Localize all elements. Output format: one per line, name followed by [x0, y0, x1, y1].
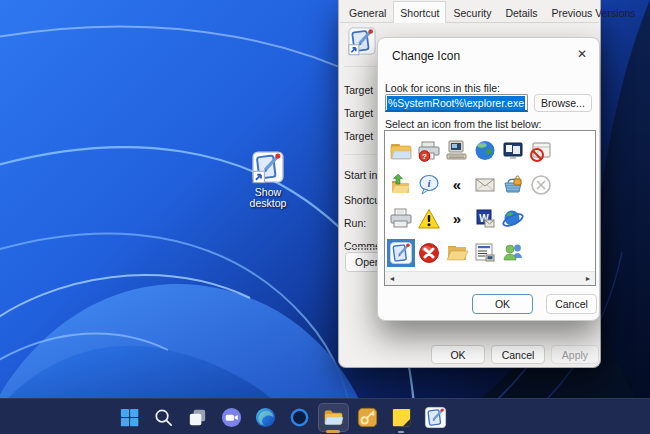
props-field-label: Run:	[344, 217, 378, 229]
props-field-label: Target	[344, 107, 378, 119]
folder-closed-icon[interactable]	[387, 137, 415, 165]
show-desktop-shortcut[interactable]: Show desktop	[232, 150, 304, 209]
chevrons-left-icon[interactable]: «	[443, 171, 471, 199]
chat-button[interactable]	[214, 399, 248, 434]
file-explorer-button[interactable]	[316, 399, 350, 434]
tab-previous-versions[interactable]: Previous Versions	[545, 2, 643, 23]
warning-triangle-icon[interactable]	[415, 205, 443, 233]
icon-path-input[interactable]: %SystemRoot%\explorer.exe	[385, 94, 528, 112]
task-view-icon	[186, 406, 209, 429]
icon-grid: ?i«»W	[387, 137, 555, 273]
sticky-notes-button[interactable]	[384, 399, 418, 434]
red-cross-icon[interactable]	[415, 239, 443, 267]
shortcut-label: Show desktop	[232, 187, 304, 209]
svg-text:?: ?	[422, 152, 427, 161]
change-icon-ok-button[interactable]: OK	[472, 294, 533, 314]
look-for-icons-label: Look for icons in this file:	[385, 82, 500, 94]
browse-button[interactable]: Browse...	[534, 94, 592, 112]
select-icon-label: Select an icon from the list below:	[385, 118, 541, 130]
props-field-label: Target	[344, 84, 378, 96]
close-icon[interactable]: ✕	[573, 45, 591, 63]
printer-document-icon[interactable]	[387, 205, 415, 233]
screen: Show desktop GeneralShortcutSecurityDeta…	[0, 0, 650, 434]
props-field-label: Start in	[344, 169, 378, 181]
tab-security[interactable]: Security	[446, 2, 498, 23]
horizontal-scrollbar[interactable]: ◄ ►	[385, 271, 595, 285]
start-button[interactable]	[112, 399, 146, 434]
keys-app-icon	[356, 406, 379, 429]
props-field-label: Comment	[344, 240, 378, 252]
users-icon[interactable]	[499, 239, 527, 267]
task-view-button[interactable]	[180, 399, 214, 434]
active-app-highlight	[318, 403, 349, 432]
scroll-right-arrow-icon[interactable]: ►	[581, 272, 595, 286]
svg-text:«: «	[453, 176, 461, 193]
running-indicator	[398, 431, 404, 434]
dialog-title: Change Icon	[392, 49, 460, 63]
envelope-icon[interactable]	[471, 171, 499, 199]
folder-share-icon[interactable]	[387, 171, 415, 199]
show-desktop-icon	[251, 150, 285, 184]
show-desktop-icon	[424, 406, 447, 429]
taskbar-items	[112, 399, 452, 434]
edge-button[interactable]	[248, 399, 282, 434]
selected-input-text: %SystemRoot%\explorer.exe	[387, 96, 525, 110]
show-desktop-icon[interactable]	[387, 239, 415, 267]
search-button[interactable]	[146, 399, 180, 434]
icon-list-box[interactable]: ?i«»W ◄ ►	[384, 130, 596, 286]
word-document-icon[interactable]: W	[471, 205, 499, 233]
props-field-label: Shortcut	[344, 194, 378, 206]
tab-general[interactable]: General	[342, 2, 393, 23]
properties-ok-button[interactable]: OK	[431, 345, 485, 364]
change-icon-dialog: Change Icon ✕ Look for icons in this fil…	[377, 37, 600, 321]
cardfile-blocked-icon[interactable]	[527, 137, 555, 165]
circle-cross-icon[interactable]	[527, 171, 555, 199]
running-indicator	[326, 430, 340, 433]
chat-icon	[220, 406, 243, 429]
chevrons-right-icon[interactable]: »	[443, 205, 471, 233]
tab-strip: GeneralShortcutSecurityDetailsPrevious V…	[342, 2, 597, 23]
edge-icon	[254, 406, 277, 429]
props-field-label: Target	[344, 130, 378, 142]
info-bubble-icon[interactable]: i	[415, 171, 443, 199]
sticky-notes-icon	[390, 406, 413, 429]
properties-apply-button[interactable]: Apply	[551, 345, 599, 364]
properties-cancel-button[interactable]: Cancel	[491, 345, 545, 364]
scroll-left-arrow-icon[interactable]: ◄	[385, 272, 399, 286]
shortcut-properties-icon	[347, 26, 377, 56]
ring-app-button[interactable]	[282, 399, 316, 434]
change-icon-cancel-button[interactable]: Cancel	[546, 294, 597, 314]
globe-icon[interactable]	[471, 137, 499, 165]
explorer-icon	[323, 407, 344, 428]
svg-text:»: »	[453, 210, 461, 227]
computer-keyboard-icon[interactable]	[443, 137, 471, 165]
ring-app-icon	[288, 406, 311, 429]
tab-shortcut[interactable]: Shortcut	[393, 1, 446, 23]
basket-lock-icon[interactable]	[499, 171, 527, 199]
tab-details[interactable]: Details	[498, 2, 544, 23]
keys-app-button[interactable]	[350, 399, 384, 434]
start-icon	[118, 406, 141, 429]
search-icon	[152, 406, 175, 429]
taskbar	[0, 398, 650, 434]
folder-open-icon[interactable]	[443, 239, 471, 267]
monitor-windows-icon[interactable]	[499, 137, 527, 165]
show-desktop-app-button[interactable]	[418, 399, 452, 434]
printer-question-icon[interactable]: ?	[415, 137, 443, 165]
globe-swoosh-icon[interactable]	[499, 205, 527, 233]
settings-list-icon[interactable]	[471, 239, 499, 267]
